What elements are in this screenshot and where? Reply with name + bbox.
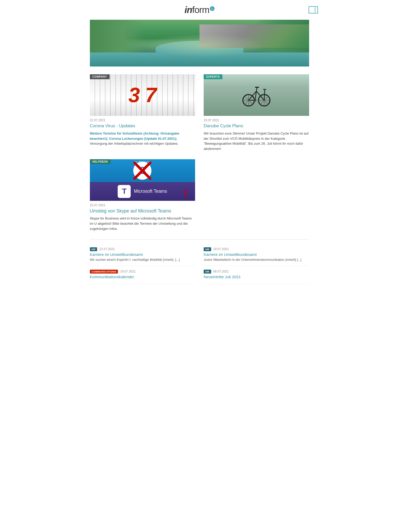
helpdesk-card-date: 15.07.2021 <box>90 203 195 207</box>
list-item-header: COMMUNICATIONS 19.07.2021 <box>90 270 195 274</box>
ruler-number-3: 3 <box>128 85 140 105</box>
company-card[interactable]: COMPANY 3 7 22.07.2021 Corona Virus - Up… <box>90 74 195 151</box>
list-date: 19.07.2021 <box>120 270 136 273</box>
list-item[interactable]: HR 06.07.2021 Neueintritte Juli 2021 <box>204 266 309 284</box>
list-item-header: HR 06.07.2021 <box>204 270 309 274</box>
list-title: Kommunikationskalender <box>90 275 195 279</box>
list-date: 19.07.2021 <box>213 247 229 251</box>
list-date: 06.07.2021 <box>213 270 229 273</box>
hr-badge: HR <box>90 247 97 251</box>
svg-line-16 <box>264 90 265 100</box>
list-title: Karriere im Umweltbundesamt <box>204 252 309 257</box>
teams-area: T Microsoft Teams ! <box>90 182 195 201</box>
list-item[interactable]: HR 22.07.2021 Karriere im Umweltbundesam… <box>90 244 195 266</box>
helpdesk-card-image: HELPDESK S for Business T Microsoft Team… <box>90 159 195 201</box>
ruler-number-7: 7 <box>145 85 157 105</box>
company-card-excerpt: Weitere Termine für Schnelltests (Achtun… <box>90 131 195 146</box>
experts-badge: EXPERTS <box>204 74 222 79</box>
experts-card-image: EXPERTS <box>204 74 309 116</box>
logo-in: in <box>184 5 192 15</box>
header: informU <box>75 0 324 20</box>
experts-card-date: 20.07.2021 <box>204 118 309 122</box>
list-title: Neueintritte Juli 2021 <box>204 275 309 279</box>
company-badge: COMPANY <box>90 74 110 79</box>
hr-badge: HR <box>204 270 211 274</box>
company-card-image: COMPANY 3 7 <box>90 74 195 116</box>
list-item-header: HR 19.07.2021 <box>204 247 309 251</box>
list-item[interactable]: COMMUNICATIONS 19.07.2021 Kommunikations… <box>90 266 195 284</box>
company-card-excerpt-bold: Weitere Termine für Schnelltests (Achtun… <box>90 131 179 141</box>
exclamation-icon: ! <box>184 188 187 199</box>
teams-logo: T <box>118 185 131 198</box>
helpdesk-card-excerpt: Skype for Business wird in Kürze vollstä… <box>90 216 195 231</box>
logo[interactable]: informU <box>184 5 215 15</box>
helpdesk-card[interactable]: HELPDESK S for Business T Microsoft Team… <box>90 159 195 231</box>
experts-card-title: Danube Cycle Plans <box>204 123 309 129</box>
list-grid: HR 22.07.2021 Karriere im Umweltbundesam… <box>90 244 309 284</box>
svg-line-11 <box>256 91 264 100</box>
comm-badge: COMMUNICATIONS <box>90 270 118 274</box>
hero-rock <box>200 24 309 48</box>
list-item-header: HR 22.07.2021 <box>90 247 195 251</box>
list-excerpt: Wir suchen eine/n ExpertIn f. nachhaltig… <box>90 258 195 262</box>
layout-toggle-button[interactable] <box>309 6 318 14</box>
hr-badge: HR <box>204 247 211 251</box>
hero-water <box>90 52 309 66</box>
company-card-title: Corona Virus - Updates <box>90 123 195 129</box>
hero-image <box>90 20 309 66</box>
list-excerpt: Junior MitarbeiterIn in der Unternehmens… <box>204 258 309 262</box>
svg-point-18 <box>254 99 256 102</box>
logo-form: form <box>192 5 209 15</box>
list-date: 22.07.2021 <box>99 247 115 251</box>
svg-line-14 <box>256 88 257 91</box>
list-title: Karriere im Umweltbundesamt <box>90 252 195 257</box>
logo-sup: U <box>210 6 215 11</box>
company-card-excerpt-text: Versorgung der Arbeitsplatzrechner mit w… <box>90 142 178 145</box>
main-content: COMPANY 3 7 22.07.2021 Corona Virus - Up… <box>90 74 309 284</box>
top-cards-grid: COMPANY 3 7 22.07.2021 Corona Virus - Up… <box>90 74 309 151</box>
list-item[interactable]: HR 19.07.2021 Karriere im Umweltbundesam… <box>204 244 309 266</box>
helpdesk-section: HELPDESK S for Business T Microsoft Team… <box>90 159 309 231</box>
red-x-icon <box>90 159 195 182</box>
company-card-date: 22.07.2021 <box>90 118 195 122</box>
teams-label: Microsoft Teams <box>134 189 167 194</box>
layout-icon <box>311 7 315 12</box>
experts-card[interactable]: EXPERTS <box>204 74 309 151</box>
bicycle-icon <box>241 82 272 108</box>
skype-area: S for Business <box>90 159 195 182</box>
helpdesk-card-title: Umstieg von Skype auf Microsoft Teams <box>90 208 195 214</box>
ruler-numbers: 3 7 <box>128 85 157 105</box>
experts-card-excerpt: Wir brauchen eure Stimme! Unser Projekt … <box>204 131 309 151</box>
list-section: HR 22.07.2021 Karriere im Umweltbundesam… <box>90 239 309 284</box>
